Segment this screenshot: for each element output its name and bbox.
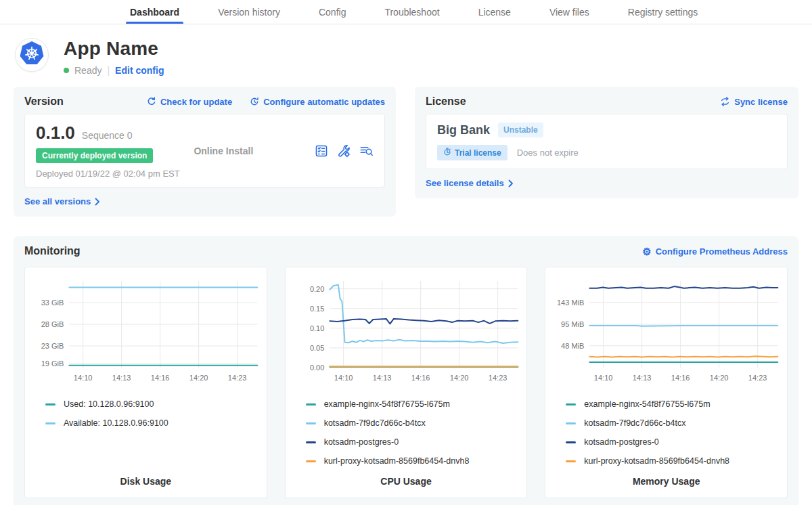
svg-text:14:13: 14:13 [112,374,131,382]
legend-item: kurl-proxy-kotsadm-8569fb6454-dnvh8 [566,452,782,470]
legend-item: example-nginx-54f8f76755-l675m [306,395,522,414]
version-number: 0.1.0 [36,123,75,144]
svg-text:14:10: 14:10 [74,374,93,382]
svg-text:14:16: 14:16 [151,374,170,382]
memory-usage-chart: 48 MiB95 MiB143 MiB14:1014:1314:1614:201… [545,267,788,498]
legend-item: kurl-proxy-kotsadm-8569fb6454-dnvh8 [306,452,522,470]
cpu-usage-legend: example-nginx-54f8f76755-l675mkotsadm-7f… [291,395,522,470]
configure-auto-updates-link[interactable]: Configure automatic updates [250,97,385,107]
view-logs-icon[interactable] [359,144,374,158]
version-card-title: Version [24,95,64,108]
version-card: Version Check for update [14,87,396,217]
tab-view-files[interactable]: View files [549,0,589,24]
expiry-text: Does not expire [517,148,579,158]
sync-license-link[interactable]: Sync license [720,97,788,107]
svg-text:28 GiB: 28 GiB [41,320,64,328]
svg-text:0.10: 0.10 [310,324,324,332]
status-label: Ready [74,65,102,76]
gear-icon: ⚙ [642,246,651,257]
svg-text:14:23: 14:23 [489,374,508,382]
deployed-badge: Currently deployed version [36,148,153,163]
monitoring-card: Monitoring ⚙ Configure Prometheus Addres… [14,236,798,505]
svg-text:0.05: 0.05 [310,344,324,352]
cpu-usage-plot: 0.000.050.100.150.2014:1014:1314:1614:20… [291,274,522,388]
kubernetes-icon [19,41,45,69]
version-info: 0.1.0 Sequence 0 Currently deployed vers… [36,123,180,179]
license-card-title: License [426,95,466,108]
chart-title: Disk Usage [30,476,261,487]
edit-config-link[interactable]: Edit config [115,65,164,76]
svg-text:95 MiB: 95 MiB [561,320,584,328]
svg-text:14:20: 14:20 [710,374,729,382]
stopwatch-icon [443,148,451,158]
license-card: License Sync license Big Bank Unstable [415,87,798,198]
svg-text:33 GiB: 33 GiB [41,299,64,307]
clock-arrow-icon [250,97,259,106]
memory-usage-plot: 48 MiB95 MiB143 MiB14:1014:1314:1614:201… [551,274,782,388]
license-info-box: Big Bank Unstable Trial license [426,114,788,169]
legend-item: kotsadm-postgres-0 [566,433,782,452]
tab-registry-settings[interactable]: Registry settings [628,0,698,24]
top-navigation: Dashboard Version history Config Trouble… [0,0,812,24]
deployed-timestamp: Deployed 01/19/22 @ 02:04 pm EST [36,169,180,179]
svg-text:14:16: 14:16 [671,374,690,382]
tab-version-history[interactable]: Version history [218,0,280,24]
see-all-versions-link[interactable]: See all versions [24,196,100,206]
chart-title: Memory Usage [551,476,782,487]
current-version-box: 0.1.0 Sequence 0 Currently deployed vers… [24,114,385,188]
tab-license[interactable]: License [478,0,511,24]
legend-item: example-nginx-54f8f76755-l675m [566,395,782,414]
app-logo [15,38,49,72]
legend-item: kotsadm-postgres-0 [306,433,522,452]
see-license-details-link[interactable]: See license details [426,178,514,188]
monitoring-title: Monitoring [24,245,81,257]
svg-text:23 GiB: 23 GiB [41,342,64,350]
tab-dashboard[interactable]: Dashboard [130,0,179,24]
chevron-right-icon [508,179,514,188]
svg-text:143 MiB: 143 MiB [557,299,584,307]
check-for-update-link[interactable]: Check for update [147,97,232,107]
svg-text:14:20: 14:20 [450,374,469,382]
install-type-label: Online Install [194,146,300,156]
legend-item: Available: 10.128.0.96:9100 [45,414,261,433]
memory-usage-legend: example-nginx-54f8f76755-l675mkotsadm-7f… [551,395,782,470]
svg-text:14:10: 14:10 [594,374,613,382]
sequence-label: Sequence 0 [82,130,133,141]
customer-name: Big Bank [437,123,490,137]
svg-text:0.20: 0.20 [310,285,324,293]
svg-text:14:16: 14:16 [411,374,430,382]
preflight-checks-icon[interactable] [315,144,328,158]
trial-license-badge: Trial license [437,145,508,160]
tab-troubleshoot[interactable]: Troubleshoot [384,0,439,24]
svg-text:19 GiB: 19 GiB [41,359,64,368]
svg-text:14:23: 14:23 [228,374,247,382]
svg-text:0.15: 0.15 [310,305,324,313]
config-wrench-icon[interactable] [337,144,351,158]
svg-text:14:13: 14:13 [633,374,652,382]
page-title: App Name [64,38,164,60]
charts-row: 19 GiB23 GiB28 GiB33 GiB14:1014:1314:161… [24,267,788,498]
legend-item: kotsadm-7f9dc7d66c-b4tcx [306,414,522,433]
disk-usage-plot: 19 GiB23 GiB28 GiB33 GiB14:1014:1314:161… [30,274,261,388]
svg-text:14:23: 14:23 [748,374,767,382]
legend-item: Used: 10.128.0.96:9100 [45,395,261,414]
svg-text:14:10: 14:10 [334,374,353,382]
cpu-usage-chart: 0.000.050.100.150.2014:1014:1314:1614:20… [285,267,528,498]
app-title-block: App Name Ready | Edit config [64,38,164,76]
status-dot [64,68,69,73]
chevron-right-icon [95,198,100,206]
legend-item: kotsadm-7f9dc7d66c-b4tcx [566,414,782,433]
tab-config[interactable]: Config [319,0,346,24]
svg-text:14:13: 14:13 [373,374,392,382]
cards-row: Version Check for update [0,87,812,217]
disk-usage-chart: 19 GiB23 GiB28 GiB33 GiB14:1014:1314:161… [24,267,267,498]
app-header: App Name Ready | Edit config [0,24,812,87]
svg-text:48 MiB: 48 MiB [561,342,584,350]
sync-arrows-icon [720,97,730,106]
svg-text:0.00: 0.00 [310,364,324,372]
channel-badge: Unstable [498,123,543,137]
svg-text:14:20: 14:20 [189,374,208,382]
configure-prometheus-link[interactable]: ⚙ Configure Prometheus Address [642,246,788,257]
divider: | [107,65,110,76]
refresh-icon [147,97,156,106]
